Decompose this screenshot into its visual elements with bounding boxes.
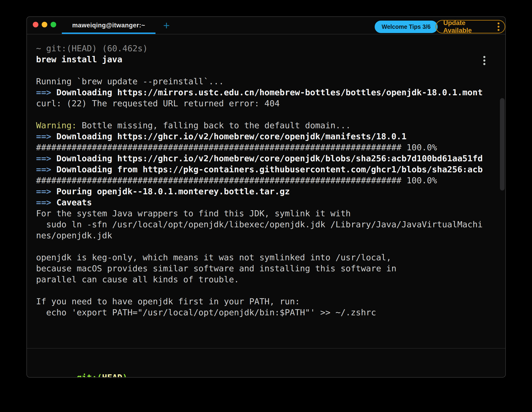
terminal-output: ~ git:(HEAD) (60.462s)brew install java … xyxy=(36,43,491,318)
desktop: { "titlebar": { "tab_title": "maweiqing@… xyxy=(0,0,532,412)
update-menu-icon[interactable] xyxy=(498,22,499,31)
terminal-tab[interactable]: maweiqing@itwanger:~ xyxy=(62,17,155,34)
prompt-git-suffix: ) xyxy=(123,373,128,378)
terminal-line: If you need to have openjdk first in you… xyxy=(36,296,491,307)
terminal-line: brew install java xyxy=(36,54,491,65)
traffic-lights xyxy=(33,22,56,27)
zoom-window-button[interactable] xyxy=(51,22,56,27)
terminal-line: because macOS provides similar software … xyxy=(36,263,491,274)
terminal-line: ~ git:(HEAD) (60.462s) xyxy=(36,43,491,54)
titlebar: maweiqing@itwanger:~ + Welcome Tips 3/6 … xyxy=(27,17,505,34)
new-tab-button[interactable]: + xyxy=(160,17,173,34)
prompt-space xyxy=(72,373,77,378)
prompt-git-ref: HEAD xyxy=(102,373,123,378)
terminal-line xyxy=(36,109,491,120)
prompt-cwd: ~ xyxy=(66,373,72,378)
terminal-line: ==> Downloading https://ghcr.io/v2/homeb… xyxy=(36,131,491,142)
tab-title: maweiqing@itwanger:~ xyxy=(72,22,145,29)
terminal-line: ==> Caveats xyxy=(36,197,491,208)
update-available-button[interactable]: Update Available xyxy=(436,20,505,33)
minimize-window-button[interactable] xyxy=(42,22,47,27)
terminal-line: nes/openjdk.jdk xyxy=(36,230,491,241)
terminal-line: Warning: Bottle missing, falling back to… xyxy=(36,120,491,131)
terminal-line: ==> Downloading from https://pkg-contain… xyxy=(36,164,491,175)
terminal-line: openjdk is keg-only, which means it was … xyxy=(36,252,491,263)
prompt-git-prefix: git:( xyxy=(76,373,102,378)
terminal-screen[interactable]: ~ git:(HEAD) (60.462s)brew install java … xyxy=(27,35,505,377)
session-menu-icon[interactable] xyxy=(483,56,485,65)
terminal-line: parallel can cause all kinds of trouble. xyxy=(36,274,491,285)
terminal-line xyxy=(36,241,491,252)
terminal-line: sudo ln -sfn /usr/local/opt/openjdk/libe… xyxy=(36,219,491,230)
terminal-line: Running `brew update --preinstall`... xyxy=(36,76,491,87)
terminal-line: ==> Downloading https://ghcr.io/v2/homeb… xyxy=(36,153,491,164)
terminal-line: For the system Java wrappers to find thi… xyxy=(36,208,491,219)
active-tab-indicator xyxy=(62,33,155,34)
terminal-line: echo 'export PATH="/usr/local/opt/openjd… xyxy=(36,307,491,318)
command-input-line[interactable]: ~ git:(HEAD) xyxy=(36,361,127,378)
terminal-window: maweiqing@itwanger:~ + Welcome Tips 3/6 … xyxy=(27,16,506,378)
terminal-line: ==> Pouring openjdk--18.0.1.monterey.bot… xyxy=(36,186,491,197)
welcome-tips-button[interactable]: Welcome Tips 3/6 xyxy=(375,21,438,33)
scrollbar-thumb[interactable] xyxy=(500,98,505,191)
close-window-button[interactable] xyxy=(33,22,38,27)
terminal-line xyxy=(36,65,491,76)
terminal-line: ==> Downloading https://mirrors.ustc.edu… xyxy=(36,87,491,98)
terminal-line xyxy=(36,285,491,296)
terminal-line: ########################################… xyxy=(36,175,491,186)
terminal-line: ########################################… xyxy=(36,142,491,153)
prompt-separator xyxy=(27,348,505,348)
welcome-tips-label: Welcome Tips 3/6 xyxy=(382,23,431,30)
update-available-label: Update Available xyxy=(443,19,492,34)
terminal-line: curl: (22) The requested URL returned er… xyxy=(36,98,491,109)
